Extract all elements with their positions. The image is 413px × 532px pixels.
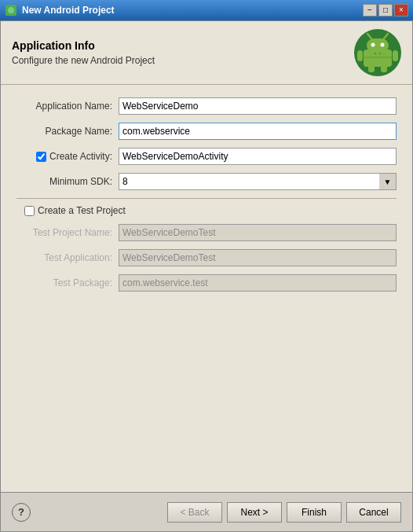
svg-point-5 [381, 43, 385, 47]
min-sdk-select[interactable]: 8 2 3 4 5 6 7 9 10 [119, 173, 397, 190]
divider-1 [16, 198, 397, 199]
test-package-row: Test Package: [16, 274, 397, 292]
create-test-row: Create a Test Project [16, 205, 397, 216]
android-robot-svg [356, 31, 400, 75]
next-button[interactable]: Next > [227, 502, 282, 523]
package-name-input[interactable] [119, 123, 397, 140]
create-activity-label: Create Activity: [49, 151, 112, 162]
back-button[interactable]: < Back [167, 502, 222, 523]
header-title: Application Info [12, 39, 354, 52]
create-test-label: Create a Test Project [38, 205, 126, 216]
svg-point-1 [8, 7, 14, 13]
footer-left: ? [12, 503, 31, 522]
close-button[interactable]: × [394, 4, 408, 17]
svg-point-14 [379, 53, 382, 55]
create-test-checkbox[interactable] [24, 206, 35, 216]
svg-line-6 [367, 34, 371, 39]
svg-rect-8 [357, 50, 363, 61]
cancel-button[interactable]: Cancel [346, 502, 401, 523]
svg-point-4 [371, 43, 375, 47]
test-project-input[interactable] [119, 224, 397, 241]
window-controls: − □ × [363, 4, 408, 17]
create-activity-row: Create Activity: [16, 148, 397, 165]
dialog-header: Application Info Configure the new Andro… [1, 21, 412, 85]
app-name-row: Application Name: [16, 97, 397, 115]
window-icon [5, 4, 17, 17]
test-project-row: Test Project Name: [16, 224, 397, 241]
dialog-body: Application Info Configure the new Andro… [0, 20, 413, 532]
test-app-label: Test Application: [16, 252, 119, 263]
window-title: New Android Project [22, 5, 363, 16]
svg-point-13 [375, 53, 377, 55]
min-sdk-label: Minimum SDK: [16, 176, 119, 187]
package-name-row: Package Name: [16, 123, 397, 140]
create-activity-checkbox[interactable] [36, 152, 46, 162]
finish-button[interactable]: Finish [287, 502, 342, 523]
create-activity-label-wrapper: Create Activity: [16, 151, 119, 162]
maximize-button[interactable]: □ [378, 4, 393, 17]
form-content: Application Name: Package Name: Create A… [1, 85, 412, 492]
min-sdk-row: Minimum SDK: 8 2 3 4 5 6 7 9 10 ▼ [16, 173, 397, 190]
package-name-label: Package Name: [16, 126, 119, 137]
test-package-label: Test Package: [16, 277, 119, 288]
svg-rect-3 [367, 39, 389, 53]
svg-rect-11 [381, 64, 387, 72]
android-logo [354, 29, 401, 76]
minimize-button[interactable]: − [363, 4, 377, 17]
create-activity-input[interactable] [119, 148, 397, 165]
svg-line-7 [384, 34, 388, 39]
help-button[interactable]: ? [12, 503, 31, 522]
footer-right: < Back Next > Finish Cancel [167, 502, 401, 523]
test-project-label: Test Project Name: [16, 227, 119, 238]
app-name-label: Application Name: [16, 101, 119, 112]
title-bar: New Android Project − □ × [0, 0, 413, 20]
test-package-input[interactable] [119, 274, 397, 292]
test-app-input[interactable] [119, 249, 397, 266]
test-app-row: Test Application: [16, 249, 397, 266]
svg-rect-10 [368, 64, 375, 72]
svg-rect-9 [393, 50, 398, 61]
header-subtitle: Configure the new Android Project [12, 55, 354, 66]
min-sdk-select-wrapper: 8 2 3 4 5 6 7 9 10 ▼ [119, 173, 397, 190]
header-text: Application Info Configure the new Andro… [12, 39, 354, 66]
dialog-footer: ? < Back Next > Finish Cancel [1, 492, 412, 531]
app-name-input[interactable] [119, 97, 397, 115]
